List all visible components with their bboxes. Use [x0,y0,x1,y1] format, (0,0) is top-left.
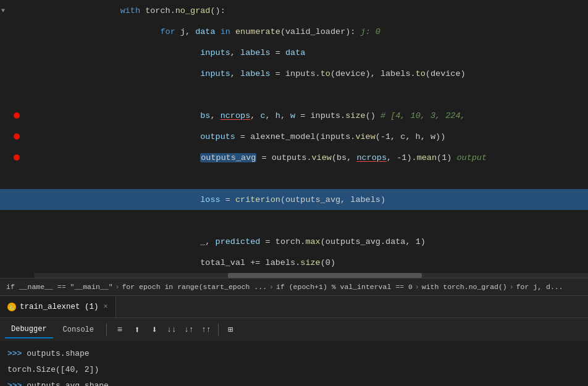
debug-btn-menu[interactable]: ≡ [113,323,127,337]
line-content-2: for j, data in enumerate(valid_loader): … [34,27,588,36]
debug-btn-step-into[interactable]: ↓↓ [165,323,178,337]
code-line-8: outputs_avg = outputs.view(bs, ncrops, -… [0,147,588,168]
code-line-13: total_val += labels.size(0) [0,252,588,273]
breakpoint-1[interactable] [14,112,20,119]
line-content-8: outputs_avg = outputs.view(bs, ncrops, -… [34,153,588,162]
code-line-9 [0,168,588,189]
line-content-10: loss = criterion(outputs_avg, labels) [34,195,588,204]
code-line-10: loss = criterion(outputs_avg, labels) [0,189,588,210]
line-content-12: _, predicted = torch.max(outputs_avg.dat… [34,237,588,246]
toolbar-divider [106,324,107,336]
line-content-11 [34,216,588,225]
line-content-6: bs, ncrops, c, h, w = inputs.size() # [4… [34,111,588,120]
tab-label: train_alexnet (1) [20,303,99,311]
debug-btn-step-out[interactable]: ↓↑ [182,323,196,337]
code-line-2: for j, data in enumerate(valid_loader): … [0,21,588,42]
editor-tab[interactable]: 🐍 train_alexnet (1) × [0,296,116,317]
debug-btn-up[interactable]: ⬆ [130,323,144,337]
line-content-13: total_val += labels.size(0) [34,258,588,267]
code-line-7: outputs = alexnet_model(inputs.view(-1, … [0,126,588,147]
tab-close-button[interactable]: × [104,303,108,311]
bottom-panel: 🐍 train_alexnet (1) × Debugger Console ≡… [0,295,588,386]
line-content-7: outputs = alexnet_model(inputs.view(-1, … [34,132,588,141]
scrollbar-thumb[interactable] [228,273,422,278]
tab-bar: 🐍 train_alexnet (1) × [0,295,588,317]
code-line-11 [0,210,588,231]
breadcrumb-item-1[interactable]: if __name__ == "__main__" [6,283,113,291]
line-content-1: with torch.no_grad(): [34,6,588,15]
breadcrumb-bar: if __name__ == "__main__" › for epoch in… [0,278,588,295]
console-output-1: torch.Size([40, 2]) [7,362,581,378]
console-line-1: >>> outputs.shape [7,346,581,362]
code-line-5 [0,84,588,105]
console-cmd-2: outputs_avg.shape [27,381,109,386]
console-tab[interactable]: Console [57,321,100,338]
code-line-4: inputs, labels = inputs.to(device), labe… [0,63,588,84]
line-content-4: inputs, labels = inputs.to(device), labe… [34,69,588,78]
line-content-5 [34,90,588,99]
python-icon: 🐍 [7,303,16,311]
code-line-3: inputs, labels = data [0,42,588,63]
debug-btn-run[interactable]: ↑↑ [200,323,213,337]
debug-btn-down[interactable]: ⬇ [148,323,161,337]
debug-btn-table[interactable]: ⊞ [224,323,237,337]
console-cmd-1: outputs.shape [27,349,89,358]
line-content-9 [34,174,588,183]
console-result-1: torch.Size([40, 2]) [7,365,99,374]
debug-toolbar: Debugger Console ≡ ⬆ ⬇ ↓↓ ↓↑ ↑↑ ⊞ [0,317,588,341]
breadcrumb-item-2[interactable]: for epoch in range(start_epoch ... [122,283,267,291]
fold-icon-1[interactable]: ▼ [1,7,5,14]
breakpoint-3[interactable] [14,154,20,161]
breadcrumb-item-4[interactable]: with torch.no_grad() [422,283,507,291]
line-content-3: inputs, labels = data [34,48,588,57]
breadcrumb-item-5[interactable]: for j, d... [516,283,563,291]
code-line-12: _, predicted = torch.max(outputs_avg.dat… [0,231,588,252]
debugger-tab[interactable]: Debugger [5,321,53,338]
code-line-6: bs, ncrops, c, h, w = inputs.size() # [4… [0,105,588,126]
editor-section: ▼ with torch.no_grad(): for j, data in e… [0,0,588,295]
console-line-2: >>> outputs_avg.shape [7,378,581,386]
toolbar-divider-2 [218,324,219,336]
breakpoint-2[interactable] [14,133,20,140]
horizontal-scrollbar[interactable] [34,273,588,278]
selected-text: outputs_avg [200,153,256,162]
console-area: >>> outputs.shape torch.Size([40, 2]) >>… [0,341,588,386]
breadcrumb-item-3[interactable]: if (epoch+1) % val_interval == 0 [276,283,413,291]
main-panel: ▼ with torch.no_grad(): for j, data in e… [0,0,588,386]
code-line-1: ▼ with torch.no_grad(): [0,0,588,21]
